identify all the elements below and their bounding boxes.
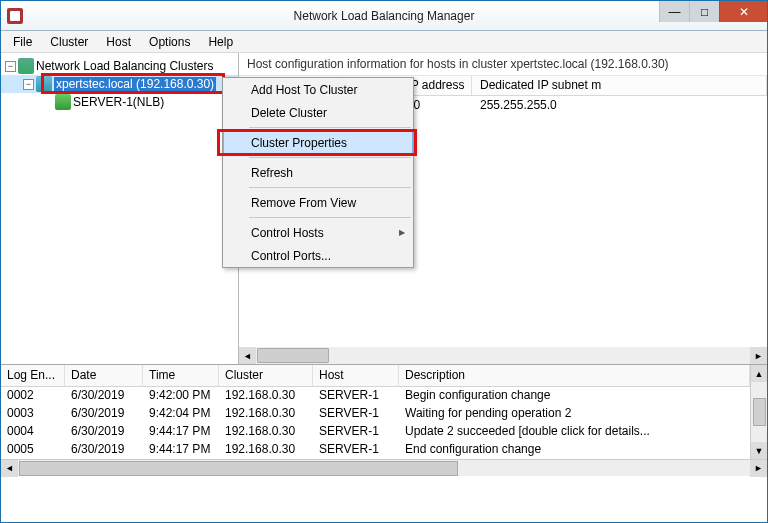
cell-date: 6/30/2019 — [65, 423, 143, 441]
log-vscrollbar[interactable]: ▲ ▼ — [750, 365, 767, 459]
titlebar: Network Load Balancing Manager — □ ✕ — [1, 1, 767, 31]
log-row[interactable]: 00026/30/20199:42:00 PM192.168.0.30SERVE… — [1, 387, 750, 405]
ctx-cluster-properties[interactable]: Cluster Properties — [223, 131, 413, 154]
menu-cluster[interactable]: Cluster — [42, 33, 96, 51]
scroll-right-icon[interactable]: ► — [750, 347, 767, 364]
collapse-icon[interactable]: − — [5, 61, 16, 72]
minimize-button[interactable]: — — [659, 1, 689, 22]
menu-help[interactable]: Help — [200, 33, 241, 51]
logcol-time[interactable]: Time — [143, 365, 219, 386]
logcol-entry[interactable]: Log En... — [1, 365, 65, 386]
scroll-left-icon[interactable]: ◄ — [239, 347, 256, 364]
scroll-down-icon[interactable]: ▼ — [751, 442, 767, 459]
tree-panel: − Network Load Balancing Clusters − xper… — [1, 53, 239, 364]
cell-host: SERVER-1 — [313, 405, 399, 423]
cell-cluster: 192.168.0.30 — [219, 387, 313, 405]
logcol-desc[interactable]: Description — [399, 365, 750, 386]
tree-server[interactable]: SERVER-1(NLB) — [1, 93, 238, 111]
cell-cluster: 192.168.0.30 — [219, 405, 313, 423]
cell-cluster: 192.168.0.30 — [219, 423, 313, 441]
scroll-left-icon[interactable]: ◄ — [1, 460, 18, 477]
context-menu: Add Host To Cluster Delete Cluster Clust… — [222, 77, 414, 268]
scroll-thumb[interactable] — [257, 348, 329, 363]
scroll-thumb[interactable] — [753, 398, 766, 426]
cell-desc: Waiting for pending operation 2 — [399, 405, 750, 423]
cell-entry: 0002 — [1, 387, 65, 405]
ctx-control-hosts[interactable]: Control Hosts — [223, 221, 413, 244]
cell-desc: Update 2 succeeded [double click for det… — [399, 423, 750, 441]
collapse-icon[interactable]: − — [23, 79, 34, 90]
separator — [249, 217, 411, 218]
cell-entry: 0005 — [1, 441, 65, 459]
close-button[interactable]: ✕ — [719, 1, 767, 22]
logcol-cluster[interactable]: Cluster — [219, 365, 313, 386]
detail-hscrollbar[interactable]: ◄ ► — [239, 347, 767, 364]
separator — [249, 127, 411, 128]
cell-entry: 0004 — [1, 423, 65, 441]
menubar: File Cluster Host Options Help — [1, 31, 767, 53]
log-columns: Log En... Date Time Cluster Host Descrip… — [1, 365, 750, 387]
cell-desc: Begin configuration change — [399, 387, 750, 405]
cell-time: 9:42:04 PM — [143, 405, 219, 423]
logcol-date[interactable]: Date — [65, 365, 143, 386]
cell-mask: 255.255.255.0 — [472, 96, 767, 116]
cell-desc: End configuration change — [399, 441, 750, 459]
log-row[interactable]: 00046/30/20199:44:17 PM192.168.0.30SERVE… — [1, 423, 750, 441]
menu-options[interactable]: Options — [141, 33, 198, 51]
cell-time: 9:44:17 PM — [143, 441, 219, 459]
cell-date: 6/30/2019 — [65, 441, 143, 459]
log-row[interactable]: 00036/30/20199:42:04 PM192.168.0.30SERVE… — [1, 405, 750, 423]
detail-header: Host configuration information for hosts… — [239, 53, 767, 76]
cell-host: SERVER-1 — [313, 387, 399, 405]
menu-host[interactable]: Host — [98, 33, 139, 51]
log-hscrollbar[interactable]: ◄ ► — [1, 459, 767, 476]
log-row[interactable]: 00056/30/20199:44:17 PM192.168.0.30SERVE… — [1, 441, 750, 459]
ctx-control-ports[interactable]: Control Ports... — [223, 244, 413, 267]
ctx-delete-cluster[interactable]: Delete Cluster — [223, 101, 413, 124]
col-subnet-mask[interactable]: Dedicated IP subnet m — [472, 76, 767, 95]
ctx-add-host[interactable]: Add Host To Cluster — [223, 78, 413, 101]
cell-cluster: 192.168.0.30 — [219, 441, 313, 459]
separator — [249, 157, 411, 158]
cluster-icon — [36, 76, 52, 92]
cell-date: 6/30/2019 — [65, 387, 143, 405]
separator — [249, 187, 411, 188]
cell-entry: 0003 — [1, 405, 65, 423]
scroll-right-icon[interactable]: ► — [750, 460, 767, 477]
logcol-host[interactable]: Host — [313, 365, 399, 386]
app-icon — [7, 8, 23, 24]
cell-time: 9:42:00 PM — [143, 387, 219, 405]
tree-server-label: SERVER-1(NLB) — [73, 95, 164, 109]
server-icon — [55, 94, 71, 110]
tree-root[interactable]: − Network Load Balancing Clusters — [1, 57, 238, 75]
tree-root-label: Network Load Balancing Clusters — [36, 59, 213, 73]
ctx-remove-view[interactable]: Remove From View — [223, 191, 413, 214]
scroll-thumb[interactable] — [19, 461, 458, 476]
maximize-button[interactable]: □ — [689, 1, 719, 22]
log-rows: 00026/30/20199:42:00 PM192.168.0.30SERVE… — [1, 387, 750, 459]
scroll-up-icon[interactable]: ▲ — [751, 365, 767, 382]
cell-date: 6/30/2019 — [65, 405, 143, 423]
cell-host: SERVER-1 — [313, 423, 399, 441]
tree-cluster-label: xpertstec.local (192.168.0.30) — [54, 77, 216, 91]
cell-host: SERVER-1 — [313, 441, 399, 459]
ctx-refresh[interactable]: Refresh — [223, 161, 413, 184]
tree-cluster[interactable]: − xpertstec.local (192.168.0.30) — [1, 75, 238, 93]
window-title: Network Load Balancing Manager — [1, 9, 767, 23]
log-panel: Log En... Date Time Cluster Host Descrip… — [1, 364, 767, 476]
clusters-icon — [18, 58, 34, 74]
menu-file[interactable]: File — [5, 33, 40, 51]
cell-time: 9:44:17 PM — [143, 423, 219, 441]
